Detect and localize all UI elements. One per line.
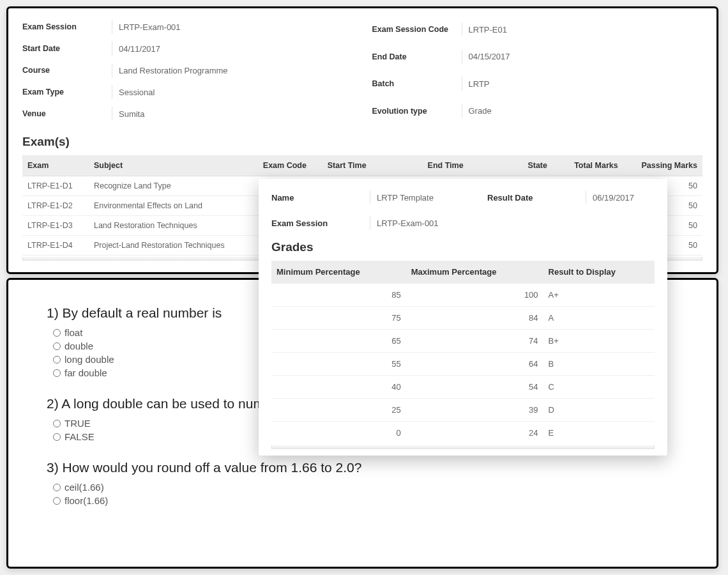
table-row[interactable]: 85100A+ [271, 284, 655, 307]
field-value: Sumita [112, 107, 353, 121]
field-label: Course [22, 66, 112, 75]
question-block: 3) How would you round off a value from … [47, 460, 678, 507]
field-label: Venue [22, 109, 112, 118]
cell: 54 [406, 376, 543, 399]
cell: LTRP-E1-D3 [22, 216, 89, 236]
cell: LTRP-E1-D4 [22, 236, 89, 256]
overlay-session-label: Exam Session [271, 218, 367, 228]
cell: Land Restoration Techniques [89, 216, 258, 236]
field-value: 04/15/2017 [462, 50, 703, 64]
field-value: LRTP [462, 77, 703, 91]
overlay-resultdate-label: Result Date [487, 193, 583, 203]
table-row[interactable]: 5564B [271, 353, 655, 376]
table-row[interactable]: 024E [271, 422, 655, 445]
cell: A [543, 307, 655, 330]
radio-input[interactable] [53, 420, 61, 427]
field-label: End Date [372, 52, 462, 61]
radio-input[interactable] [53, 497, 61, 505]
exams-col-header[interactable]: End Time [423, 155, 523, 176]
cell: 84 [406, 307, 543, 330]
radio-input[interactable] [53, 329, 61, 337]
grades-col-header[interactable]: Maximum Percentage [406, 261, 543, 284]
table-row[interactable]: 2539D [271, 399, 655, 422]
field-value: LRTP-E01 [462, 22, 703, 36]
field-label: Exam Type [22, 88, 112, 96]
field-value: Land Restoration Programme [112, 63, 353, 77]
cell: 64 [406, 353, 543, 376]
cell: LTRP-E1-D1 [22, 176, 89, 196]
field-label: Batch [372, 79, 462, 88]
exams-col-header[interactable]: Exam [22, 155, 89, 176]
field-label: Exam Session Code [372, 25, 462, 34]
cell: 55 [271, 353, 406, 376]
overlay-session-value: LRTP-Exam-001 [370, 216, 485, 230]
exams-col-header[interactable]: Passing Marks [623, 155, 702, 176]
field-label: Evolution type [372, 107, 462, 116]
cell: C [543, 376, 655, 399]
grades-heading: Grades [271, 240, 655, 254]
option-label: FALSE [64, 431, 95, 442]
table-row[interactable]: 4054C [271, 376, 655, 399]
field-label: Start Date [22, 44, 112, 53]
answer-option[interactable]: floor(1.66) [47, 494, 678, 507]
grades-scrollbar[interactable] [271, 445, 655, 449]
cell: B+ [543, 330, 655, 353]
option-label: floor(1.66) [64, 495, 108, 506]
session-details: Exam SessionLRTP-Exam-001Start Date04/11… [22, 20, 702, 121]
cell: 100 [406, 284, 543, 307]
cell: LTRP-E1-D2 [22, 196, 89, 216]
option-label: float [64, 327, 82, 338]
exams-heading: Exam(s) [22, 135, 702, 149]
cell: 0 [271, 422, 406, 445]
grades-table: Minimum PercentageMaximum PercentageResu… [271, 261, 655, 444]
exams-col-header[interactable]: Subject [89, 155, 258, 176]
cell: D [543, 399, 655, 422]
option-label: double [64, 341, 93, 351]
grades-popup: Name LRTP Template Result Date 06/19/201… [259, 179, 667, 456]
field-value: Sessional [112, 85, 353, 99]
option-label: TRUE [64, 418, 91, 429]
option-label: long double [64, 354, 114, 365]
grades-col-header[interactable]: Result to Display [543, 261, 655, 284]
cell: 40 [271, 376, 406, 399]
exams-col-header[interactable]: Total Marks [558, 155, 623, 176]
cell: Environmental Effects on Land [89, 196, 258, 216]
cell: Recognize Land Type [89, 176, 258, 196]
radio-input[interactable] [53, 369, 61, 377]
cell: 65 [271, 330, 406, 353]
cell: 85 [271, 284, 406, 307]
overlay-name-value: LRTP Template [370, 190, 485, 204]
radio-input[interactable] [53, 484, 61, 491]
overlay-name-label: Name [271, 193, 367, 203]
exams-col-header[interactable]: State [522, 155, 558, 176]
overlay-resultdate-value: 06/19/2017 [586, 190, 655, 204]
field-value: 04/11/2017 [112, 42, 353, 56]
option-label: far double [64, 367, 107, 378]
field-value: Grade [462, 104, 703, 118]
radio-input[interactable] [53, 433, 61, 441]
table-row[interactable]: 6574B+ [271, 330, 655, 353]
field-value: LRTP-Exam-001 [112, 20, 353, 34]
question-text: 3) How would you round off a value from … [47, 460, 678, 475]
option-label: ceil(1.66) [64, 482, 104, 493]
cell: E [543, 422, 655, 445]
table-row[interactable]: 7584A [271, 307, 655, 330]
radio-input[interactable] [53, 342, 61, 350]
cell: 24 [406, 422, 543, 445]
cell: 25 [271, 399, 406, 422]
exams-col-header[interactable]: Start Time [322, 155, 423, 176]
cell: 74 [406, 330, 543, 353]
grades-col-header[interactable]: Minimum Percentage [271, 261, 406, 284]
cell: 75 [271, 307, 406, 330]
cell: B [543, 353, 655, 376]
cell: Project-Land Restoration Techniques [89, 236, 258, 256]
cell: A+ [543, 284, 655, 307]
radio-input[interactable] [53, 356, 61, 364]
cell: 39 [406, 399, 543, 422]
exams-col-header[interactable]: Exam Code [258, 155, 322, 176]
answer-option[interactable]: ceil(1.66) [47, 480, 678, 494]
field-label: Exam Session [22, 22, 112, 31]
